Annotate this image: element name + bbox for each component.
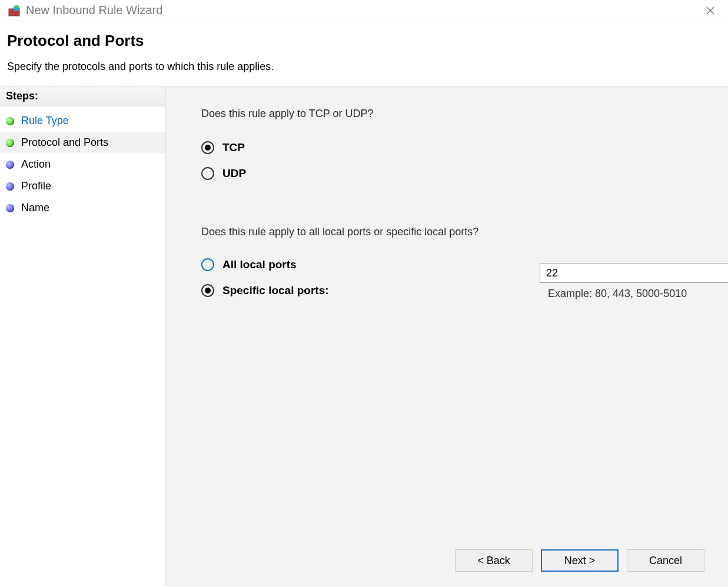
radio-label: UDP: [222, 167, 246, 180]
cancel-button[interactable]: Cancel: [627, 549, 704, 572]
close-button[interactable]: [700, 2, 721, 19]
button-bar: < Back Next > Cancel: [455, 549, 704, 572]
step-bullet-icon: [6, 117, 14, 125]
step-protocol-ports[interactable]: Protocol and Ports: [0, 132, 165, 154]
sidebar: Steps: Rule Type Protocol and Ports Acti…: [0, 86, 166, 587]
step-label: Action: [21, 158, 51, 171]
radio-label: TCP: [222, 141, 245, 154]
step-label: Rule Type: [21, 115, 69, 127]
step-profile[interactable]: Profile: [0, 175, 165, 197]
step-bullet-icon: [6, 204, 14, 212]
step-bullet-icon: [6, 139, 14, 147]
window-title: New Inbound Rule Wizard: [26, 4, 162, 17]
step-bullet-icon: [6, 161, 14, 169]
step-name[interactable]: Name: [0, 197, 165, 219]
page-subtitle: Specify the protocols and ports to which…: [7, 61, 721, 73]
page-title: Protocol and Ports: [7, 32, 721, 50]
radio-label: All local ports: [222, 258, 297, 271]
radio-tcp[interactable]: TCP: [201, 141, 700, 154]
protocol-question: Does this rule apply to TCP or UDP?: [201, 108, 700, 120]
main-panel: Does this rule apply to TCP or UDP? TCP …: [166, 86, 728, 587]
firewall-icon: [8, 5, 20, 16]
ports-question: Does this rule apply to all local ports …: [201, 226, 700, 238]
radio-button-icon[interactable]: [201, 258, 214, 271]
port-input-area: Example: 80, 443, 5000-5010: [540, 263, 728, 300]
radio-udp[interactable]: UDP: [201, 167, 700, 180]
sidebar-heading: Steps:: [0, 86, 165, 106]
page-header: Protocol and Ports Specify the protocols…: [0, 21, 728, 86]
radio-button-icon[interactable]: [201, 167, 214, 180]
step-label: Name: [21, 202, 49, 214]
step-label: Protocol and Ports: [21, 136, 108, 149]
step-bullet-icon: [6, 182, 14, 191]
step-action[interactable]: Action: [0, 154, 165, 175]
radio-label: Specific local ports:: [222, 284, 329, 297]
specific-ports-input[interactable]: [540, 263, 728, 283]
step-label: Profile: [21, 180, 51, 192]
titlebar: New Inbound Rule Wizard: [0, 0, 728, 21]
back-button[interactable]: < Back: [455, 549, 533, 572]
next-button[interactable]: Next >: [541, 549, 619, 572]
radio-button-icon[interactable]: [201, 284, 214, 297]
ports-example-text: Example: 80, 443, 5000-5010: [540, 288, 728, 300]
body-split: Steps: Rule Type Protocol and Ports Acti…: [0, 86, 728, 587]
step-rule-type[interactable]: Rule Type: [0, 110, 165, 132]
steps-list: Rule Type Protocol and Ports Action Prof…: [0, 106, 165, 219]
radio-button-icon[interactable]: [201, 141, 214, 154]
